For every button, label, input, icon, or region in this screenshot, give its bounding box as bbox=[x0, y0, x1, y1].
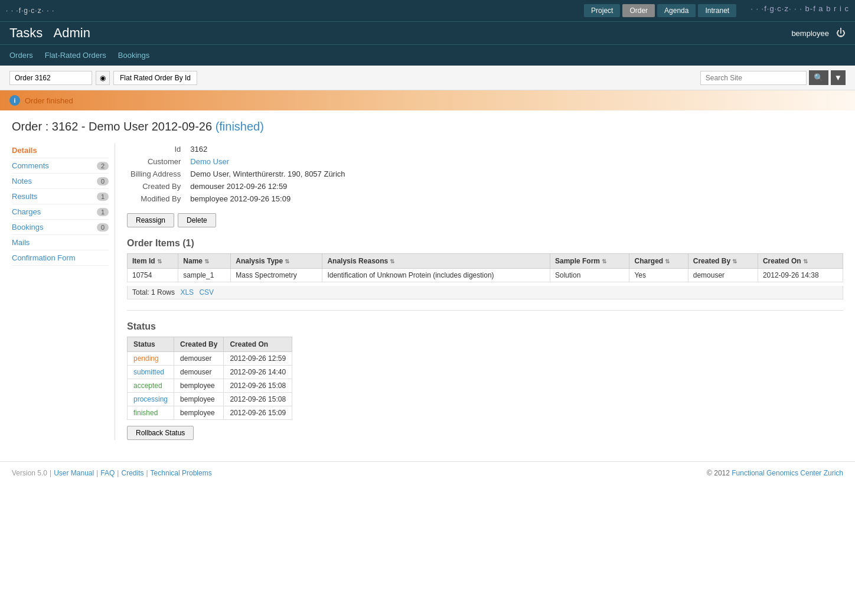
order-info: Id 3162 Customer Demo User Billing Addre… bbox=[127, 143, 843, 205]
sidebar-badge-bookings: 0 bbox=[97, 223, 109, 232]
customer-link[interactable]: Demo User bbox=[190, 157, 229, 166]
rollback-status-button[interactable]: Rollback Status bbox=[127, 426, 194, 440]
status-row-finished: finished bemployee 2012-09-26 15:09 bbox=[128, 406, 292, 420]
bfabric-logo: · · ·f·g·c·z· · · b-f a b r i c bbox=[750, 4, 849, 17]
xls-link[interactable]: XLS bbox=[180, 288, 194, 296]
status-table: Status Created By Created On pending dem… bbox=[127, 337, 292, 420]
nav-flat-rated-orders[interactable]: Flat-Rated Orders bbox=[45, 51, 106, 60]
status-col-status: Status bbox=[128, 337, 174, 352]
col-name[interactable]: Name ⇅ bbox=[178, 254, 231, 269]
status-created-on-1: 2012-09-26 12:59 bbox=[224, 352, 292, 366]
status-created-by-5: bemployee bbox=[174, 406, 224, 420]
sidebar-badge-charges: 1 bbox=[97, 208, 109, 216]
footer-org-link[interactable]: Functional Genomics Center Zurich bbox=[732, 469, 843, 477]
sidebar-item-confirmation-form[interactable]: Confirmation Form bbox=[12, 250, 109, 266]
order-items-section: Order Items (1) Item Id ⇅ Name ⇅ Analysi… bbox=[127, 238, 843, 299]
section-separator bbox=[127, 310, 843, 311]
search-go-button[interactable]: ◉ bbox=[96, 71, 110, 85]
status-row-pending: pending demouser 2012-09-26 12:59 bbox=[128, 352, 292, 366]
top-nav-left: · · ·f·g·c·z· · · bbox=[6, 6, 54, 15]
status-created-on-2: 2012-09-26 14:40 bbox=[224, 366, 292, 379]
col-sample-form[interactable]: Sample Form ⇅ bbox=[550, 254, 629, 269]
footer-sep-4: | bbox=[146, 469, 148, 477]
site-search-button[interactable]: 🔍 bbox=[809, 70, 828, 85]
nav-intranet[interactable]: Intranet bbox=[698, 4, 736, 17]
header-right: bemployee ⏻ bbox=[791, 28, 846, 38]
status-created-on-5: 2012-09-26 15:09 bbox=[224, 406, 292, 420]
sidebar-item-results[interactable]: Results 1 bbox=[12, 189, 109, 204]
value-billing: Demo User, Winterthürerstr. 190, 8057 Zü… bbox=[187, 168, 348, 180]
value-customer: Demo User bbox=[187, 155, 348, 168]
sidebar-item-details[interactable]: Details bbox=[12, 143, 109, 158]
col-analysis-type[interactable]: Analysis Type ⇅ bbox=[231, 254, 322, 269]
site-search-input[interactable] bbox=[700, 71, 807, 85]
search-right: 🔍 ▼ bbox=[700, 70, 846, 85]
cell-order-created-on: 2012-09-26 14:38 bbox=[758, 269, 843, 282]
footer-right: © 2012 Functional Genomics Center Zurich bbox=[707, 469, 843, 477]
secondary-nav: Orders Flat-Rated Orders Bookings bbox=[0, 44, 855, 66]
sidebar-link-details[interactable]: Details bbox=[12, 146, 37, 155]
status-val-finished: finished bbox=[128, 406, 174, 420]
sidebar-item-bookings[interactable]: Bookings 0 bbox=[12, 220, 109, 235]
status-created-by-4: bemployee bbox=[174, 393, 224, 406]
logout-button[interactable]: ⏻ bbox=[836, 28, 846, 38]
sidebar-link-charges[interactable]: Charges bbox=[12, 207, 41, 216]
footer-sep-2: | bbox=[96, 469, 98, 477]
sidebar-link-results[interactable]: Results bbox=[12, 192, 37, 201]
order-items-header: Item Id ⇅ Name ⇅ Analysis Type ⇅ Analysi… bbox=[128, 254, 843, 269]
cell-name: sample_1 bbox=[178, 269, 231, 282]
site-search-dropdown-button[interactable]: ▼ bbox=[831, 70, 846, 85]
username-label: bemployee bbox=[791, 29, 829, 38]
col-analysis-reasons[interactable]: Analysis Reasons ⇅ bbox=[322, 254, 550, 269]
nav-order[interactable]: Order bbox=[622, 4, 655, 17]
cell-charged: Yes bbox=[629, 269, 688, 282]
col-item-id[interactable]: Item Id ⇅ bbox=[128, 254, 178, 269]
nav-project[interactable]: Project bbox=[584, 4, 620, 17]
nav-bookings[interactable]: Bookings bbox=[118, 51, 149, 60]
order-search-input[interactable] bbox=[9, 71, 92, 85]
footer-faq[interactable]: FAQ bbox=[100, 469, 115, 477]
label-customer: Customer bbox=[127, 155, 187, 168]
sidebar-link-confirmation-form[interactable]: Confirmation Form bbox=[12, 253, 76, 262]
col-created-on[interactable]: Created On ⇅ bbox=[758, 254, 843, 269]
page-title-status: (finished) bbox=[216, 120, 264, 133]
delete-button[interactable]: Delete bbox=[178, 213, 216, 227]
sidebar-link-mails[interactable]: Mails bbox=[12, 238, 30, 247]
footer-sep-3: | bbox=[117, 469, 119, 477]
cell-analysis-type: Mass Spectrometry bbox=[231, 269, 322, 282]
col-charged[interactable]: Charged ⇅ bbox=[629, 254, 688, 269]
footer-sep-1: | bbox=[50, 469, 51, 477]
search-left: ◉ Flat Rated Order By Id bbox=[9, 71, 197, 85]
sidebar-link-notes[interactable]: Notes bbox=[12, 177, 32, 185]
sidebar-item-charges[interactable]: Charges 1 bbox=[12, 204, 109, 220]
cell-order-created-by: demouser bbox=[688, 269, 758, 282]
cell-item-id: 10754 bbox=[128, 269, 178, 282]
tasks-label: Tasks bbox=[9, 25, 43, 40]
status-created-by-3: bemployee bbox=[174, 379, 224, 393]
top-nav-links: Project Order Agenda Intranet · · ·f·g·c… bbox=[584, 4, 849, 17]
status-val-submitted: submitted bbox=[128, 366, 174, 379]
info-row-created-by: Created By demouser 2012-09-26 12:59 bbox=[127, 180, 349, 193]
sidebar-link-bookings[interactable]: Bookings bbox=[12, 223, 43, 232]
sidebar-item-mails[interactable]: Mails bbox=[12, 235, 109, 250]
order-items-body: 10754 sample_1 Mass Spectrometry Identif… bbox=[128, 269, 843, 282]
reassign-button[interactable]: Reassign bbox=[127, 213, 174, 227]
order-info-table: Id 3162 Customer Demo User Billing Addre… bbox=[127, 143, 349, 205]
sidebar-link-comments[interactable]: Comments bbox=[12, 161, 49, 170]
col-created-by[interactable]: Created By ⇅ bbox=[688, 254, 758, 269]
footer-credits[interactable]: Credits bbox=[121, 469, 143, 477]
csv-link[interactable]: CSV bbox=[199, 288, 214, 296]
status-val-accepted: accepted bbox=[128, 379, 174, 393]
status-created-on-4: 2012-09-26 15:08 bbox=[224, 393, 292, 406]
cell-analysis-reasons: Identification of Unknown Protein (inclu… bbox=[322, 269, 550, 282]
flat-rated-order-button[interactable]: Flat Rated Order By Id bbox=[113, 71, 197, 85]
sidebar-item-notes[interactable]: Notes 0 bbox=[12, 174, 109, 189]
info-row-modified-by: Modified By bemployee 2012-09-26 15:09 bbox=[127, 193, 349, 205]
nav-agenda[interactable]: Agenda bbox=[657, 4, 696, 17]
footer-technical-problems[interactable]: Technical Problems bbox=[151, 469, 212, 477]
status-row-accepted: accepted bemployee 2012-09-26 15:08 bbox=[128, 379, 292, 393]
footer-user-manual[interactable]: User Manual bbox=[54, 469, 94, 477]
sidebar-item-comments[interactable]: Comments 2 bbox=[12, 158, 109, 174]
nav-orders[interactable]: Orders bbox=[9, 51, 33, 60]
order-items-title: Order Items (1) bbox=[127, 238, 843, 249]
